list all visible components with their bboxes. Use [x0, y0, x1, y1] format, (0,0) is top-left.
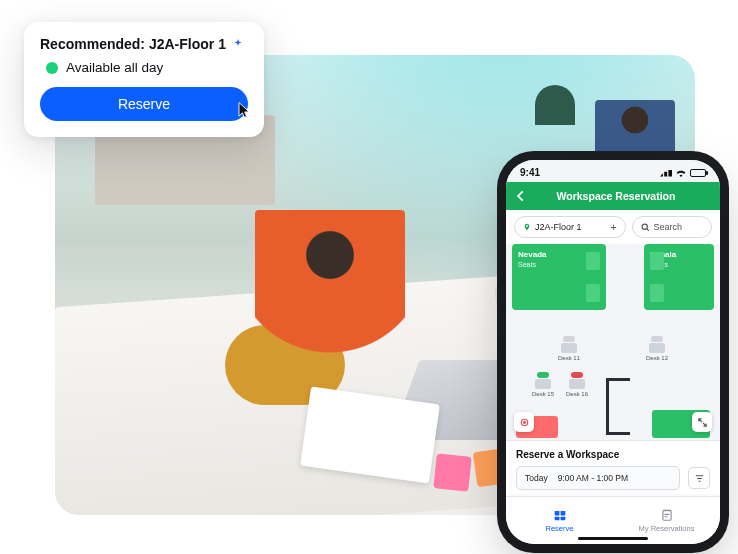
locate-icon: [519, 417, 530, 428]
filter-icon: [694, 473, 705, 484]
app-header: Workspace Reservation: [506, 182, 720, 210]
photo-sticky-note: [433, 453, 471, 491]
recommendation-card: Recommended: J2A-Floor 1 Available all d…: [24, 22, 264, 137]
battery-icon: [690, 169, 706, 177]
desk-surface-icon: [535, 379, 551, 389]
phone-status-bar: 9:41: [506, 160, 720, 182]
desk-surface-icon: [569, 379, 585, 389]
pin-icon: [523, 222, 531, 232]
availability-text: Available all day: [66, 60, 163, 75]
recommendation-title: Recommended: J2A-Floor 1: [40, 36, 226, 52]
desk-label: Desk 16: [566, 391, 588, 397]
desk-12[interactable]: Desk 12: [646, 336, 668, 361]
room-sub: Seats: [518, 261, 536, 268]
date-label: Today: [525, 473, 548, 483]
tab-label: Reserve: [546, 524, 574, 533]
desk-seat-icon: [571, 372, 583, 378]
map-wall: [606, 378, 609, 434]
desk-surface-icon: [561, 343, 577, 353]
svg-rect-6: [560, 517, 565, 521]
floor-map[interactable]: Nevada Seats Himala Seats Desk 11 Desk 1…: [506, 244, 720, 440]
photo-lamp: [535, 85, 575, 125]
search-placeholder: Search: [654, 222, 683, 232]
reserve-button[interactable]: Reserve: [40, 87, 248, 121]
desk-label: Desk 12: [646, 355, 668, 361]
desk-label: Desk 11: [558, 355, 580, 361]
availability-dot-icon: [46, 62, 58, 74]
svg-point-2: [523, 421, 525, 423]
reserve-panel: Reserve a Workspace Today 9:00 AM - 1:00…: [506, 440, 720, 494]
date-time-selector[interactable]: Today 9:00 AM - 1:00 PM: [516, 466, 680, 490]
tab-label: My Reservations: [639, 524, 695, 533]
photo-person: [255, 210, 405, 360]
svg-rect-5: [554, 517, 559, 521]
time-label: 9:00 AM - 1:00 PM: [558, 473, 628, 483]
svg-rect-7: [662, 510, 670, 520]
room-desk-icon: [650, 252, 664, 270]
desk-seat-icon: [651, 336, 663, 342]
room-desk-icon: [586, 284, 600, 302]
reserve-panel-title: Reserve a Workspace: [516, 449, 710, 460]
desk-surface-icon: [649, 343, 665, 353]
home-indicator: [578, 537, 648, 540]
map-wall: [606, 378, 630, 381]
room-desk-icon: [650, 284, 664, 302]
search-input[interactable]: Search: [632, 216, 712, 238]
room-himalaya[interactable]: Himala Seats: [644, 244, 714, 310]
svg-rect-4: [560, 511, 565, 516]
reservations-tab-icon: [659, 508, 675, 522]
signal-icon: [660, 169, 672, 177]
desk-16[interactable]: Desk 16: [566, 372, 588, 397]
phone-mock: 9:41 Workspace Reservation J2A-Floor 1 +…: [506, 160, 720, 544]
expand-map-button[interactable]: [692, 412, 712, 432]
app-header-title: Workspace Reservation: [520, 190, 712, 202]
plus-icon: +: [610, 222, 616, 233]
location-search-row: J2A-Floor 1 + Search: [506, 210, 720, 244]
desk-11[interactable]: Desk 11: [558, 336, 580, 361]
status-time: 9:41: [520, 167, 540, 178]
desk-15[interactable]: Desk 15: [532, 372, 554, 397]
filter-button[interactable]: [688, 467, 710, 489]
desk-seat-icon: [563, 336, 575, 342]
location-label: J2A-Floor 1: [535, 222, 582, 232]
reserve-tab-icon: [552, 508, 568, 522]
svg-rect-3: [554, 511, 559, 516]
wifi-icon: [675, 168, 687, 177]
search-icon: [641, 223, 650, 232]
cursor-icon: [236, 101, 254, 119]
svg-point-0: [642, 224, 647, 229]
desk-label: Desk 15: [532, 391, 554, 397]
map-wall: [606, 432, 630, 435]
room-desk-icon: [586, 252, 600, 270]
location-selector[interactable]: J2A-Floor 1 +: [514, 216, 626, 238]
locate-me-button[interactable]: [514, 412, 534, 432]
desk-seat-icon: [537, 372, 549, 378]
expand-icon: [697, 417, 708, 428]
status-icons: [660, 168, 706, 177]
room-label: Nevada: [518, 250, 546, 259]
sparkle-icon: [232, 38, 244, 50]
room-nevada[interactable]: Nevada Seats: [512, 244, 606, 310]
